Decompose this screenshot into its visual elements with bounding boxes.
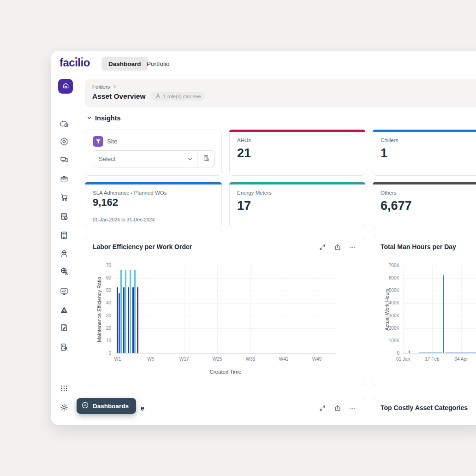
document-edit-icon — [60, 323, 69, 332]
card-accent — [85, 182, 222, 184]
more-options-icon[interactable] — [349, 244, 357, 253]
sidebar-item-analytics[interactable] — [60, 287, 69, 296]
man-hours-chart-card: Total Man Hours per Day Actual Work Hour… — [373, 236, 476, 385]
filter-label: Site — [107, 138, 117, 145]
package-icon — [60, 174, 69, 183]
labor-efficiency-chart-card: Labor Efficiency per Work Order Maintena… — [85, 236, 365, 385]
select-placeholder: Select — [93, 155, 183, 162]
breadcrumb-panel: Folders Asset Overview 1 role(s) can see — [85, 79, 476, 107]
card-accent — [373, 130, 476, 132]
sidebar-item-modules[interactable] — [60, 137, 69, 146]
top-costly-assets-card: Top Costly Asset Categories — [373, 397, 476, 425]
export-icon[interactable] — [334, 405, 341, 414]
worker-helmet-icon — [60, 249, 69, 258]
chart-title: Top Costly Asset Categories — [381, 404, 468, 411]
stat-value: 21 — [237, 146, 251, 161]
cart-icon — [60, 193, 69, 202]
stat-date-range: 01-Jan-2024 to 31-Dec-2024 — [93, 217, 155, 222]
chat-icon — [60, 155, 69, 165]
stat-label: Energy Meters — [237, 190, 272, 196]
man-hours-plot: 0100K200K300K400K500K600K700K01 Jan17 Fe… — [403, 266, 476, 353]
y-axis-label: Maintenance Efficiency Ratio — [96, 277, 102, 342]
stat-card-energy-meters: Energy Meters 17 — [229, 182, 365, 228]
settings-gear-icon — [60, 403, 69, 412]
sidebar-item-community[interactable] — [60, 267, 69, 276]
card-accent — [373, 182, 476, 184]
chart-title-partial: e — [141, 405, 144, 412]
apps-grid-icon — [60, 384, 69, 393]
site-select[interactable]: Select — [93, 150, 215, 167]
chevron-down-icon — [87, 114, 92, 122]
stat-card-ahus: AHUs 21 — [229, 130, 365, 176]
sidebar-item-messages[interactable] — [60, 155, 69, 165]
sidebar-item-inventory[interactable] — [60, 174, 69, 183]
chevron-down-icon — [183, 156, 197, 162]
sidebar-settings[interactable] — [60, 403, 69, 412]
dashboards-button[interactable]: Dashboards — [77, 398, 136, 414]
sidebar-item-home[interactable] — [58, 79, 73, 94]
sidebar-more[interactable] — [60, 344, 69, 353]
sidebar-item-workforce[interactable] — [60, 249, 69, 258]
stat-label: AHUs — [237, 137, 251, 143]
breadcrumb-folders[interactable]: Folders — [92, 84, 110, 89]
tab-dashboard[interactable]: Dashboard — [101, 57, 148, 71]
facilio-logo[interactable]: facılıo — [60, 56, 90, 69]
desktop-background: facılıo Dashboard Portfolio Folders — [0, 0, 476, 476]
page-title: Asset Overview — [92, 92, 145, 101]
sidebar-item-documents[interactable] — [60, 323, 69, 332]
tab-portfolio[interactable]: Portfolio — [147, 57, 170, 71]
app-window: facılıo Dashboard Portfolio Folders — [51, 51, 476, 425]
filter-icon — [93, 136, 103, 147]
x-axis-label: Created Time — [115, 369, 336, 375]
card-accent — [229, 130, 365, 132]
stat-value: 9,162 — [93, 196, 118, 208]
breadcrumb: Folders — [92, 84, 117, 89]
stat-label: Chillers — [381, 137, 398, 143]
stat-value: 6,677 — [381, 199, 412, 213]
stat-label: SLA Adherance - Planned WOs — [93, 190, 167, 196]
more-options-icon[interactable] — [349, 405, 357, 414]
briefcase-clock-icon — [60, 119, 69, 128]
expand-icon[interactable] — [319, 405, 326, 414]
stat-label: Others — [381, 190, 397, 196]
chevron-right-icon — [113, 84, 117, 89]
chart-title: Labor Efficiency per Work Order — [93, 243, 192, 250]
person-icon — [155, 93, 161, 99]
building-icon — [60, 231, 69, 240]
clipboard-check-icon — [60, 212, 69, 221]
stat-value: 1 — [381, 146, 387, 161]
monitor-chart-icon — [60, 287, 69, 296]
stat-card-others: Others 6,677 — [373, 182, 476, 228]
logo-dot-red — [75, 57, 77, 59]
logo-dot-blue — [81, 57, 83, 59]
chevron-up-circle-icon — [81, 401, 89, 411]
sidebar-item-teams[interactable] — [60, 305, 69, 315]
stat-value: 17 — [237, 199, 251, 213]
home-icon — [62, 82, 70, 91]
stat-card-sla: SLA Adherance - Planned WOs 9,162 01-Jan… — [85, 182, 222, 228]
labor-efficiency-plot: 010203040506070W1W9W17W25W33W41W49 — [115, 266, 336, 353]
expand-icon[interactable] — [319, 244, 326, 253]
sidebar-item-assets[interactable] — [60, 119, 69, 128]
insights-section-toggle[interactable]: Insights — [87, 114, 121, 122]
globe-user-icon — [60, 267, 69, 276]
sidebar-item-tasks[interactable] — [60, 212, 69, 221]
ellipsis-icon — [60, 344, 69, 353]
y-axis-label: Actual Work Hours — [384, 288, 390, 331]
site-filter-card: Site Select — [85, 130, 222, 176]
roles-badge[interactable]: 1 role(s) can see — [151, 92, 205, 101]
card-accent — [229, 182, 365, 184]
sidebar-apps[interactable] — [60, 384, 69, 393]
chart-title: Total Man Hours per Day — [381, 243, 456, 250]
sidebar-item-procurement[interactable] — [60, 193, 69, 202]
stat-card-chillers: Chillers 1 — [373, 130, 476, 176]
document-eye-icon — [202, 155, 210, 164]
sidebar-item-facilities[interactable] — [60, 231, 69, 240]
hexagon-gear-icon — [60, 137, 69, 146]
team-pyramid-icon — [60, 305, 69, 315]
saved-views-button[interactable] — [197, 151, 214, 167]
export-icon[interactable] — [334, 244, 341, 253]
